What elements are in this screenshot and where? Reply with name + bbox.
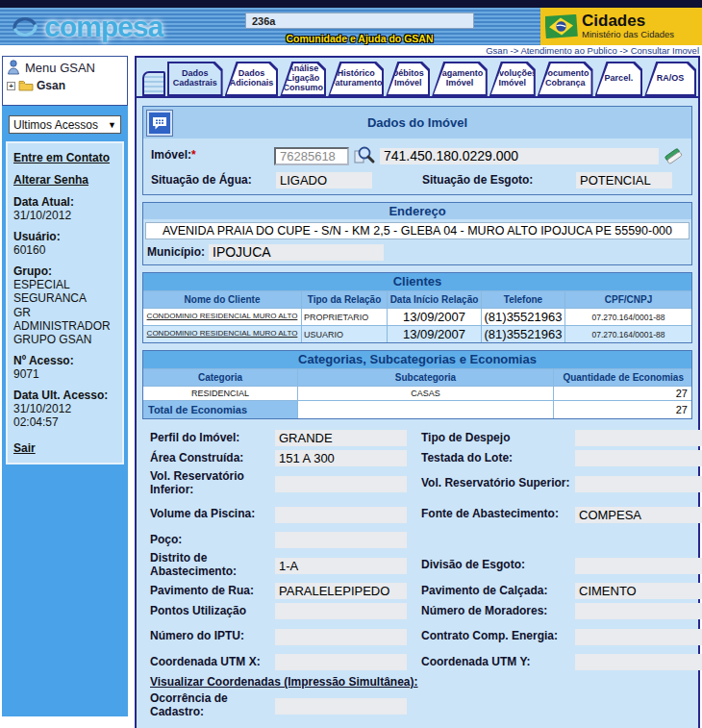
perfil-do-imovel-field: GRANDE (275, 430, 407, 446)
data-ult-acesso-value: 31/10/2012 (13, 402, 116, 415)
tab-ra-os-label: RA/OS (646, 63, 694, 94)
client-relation: PROPRIETARIO (304, 313, 368, 322)
poco-label: Poço: (150, 534, 273, 547)
client-name-link[interactable]: CONDOMINIO RESIDENCIAL MURO ALTO (147, 329, 298, 339)
top-navy-bar (0, 0, 702, 8)
distrito-de-abastecimento-field: 1-A (275, 558, 407, 574)
cidades-text: Cidades Ministério das Cidades (582, 13, 674, 39)
tab-debitos-imovel[interactable]: DébitosImóvel (386, 62, 430, 96)
situacao-agua-field: LIGADO (276, 172, 372, 188)
dados-imovel-body: Imóvel:* 741.450.180.0229.000 (143, 138, 691, 194)
client-cpf-cnpj: 07.270.164/0001-88 (591, 330, 664, 339)
comment-icon[interactable] (147, 111, 172, 136)
section-endereco: Endereço AVENIDA PRAIA DO CUPE - S/N - K… (142, 202, 692, 265)
distrito-de-abastecimento-label: Distrito de Abastecimento: (150, 552, 273, 579)
categorias-table: Categorias, Subcategorias e Economias Ca… (142, 350, 692, 419)
column-header-tipo-da-relacao: Tipo da Relação (302, 291, 387, 308)
vol-reservatorio-superior-field (575, 476, 702, 492)
imovel-fields: Perfil do Imóvel:GRANDETipo de DespejoÁr… (142, 426, 692, 672)
divisao-de-esgoto-field (575, 558, 702, 574)
session-info: Data Atual:31/10/2012Usuário:60160Grupo:… (13, 195, 116, 430)
total-economias-label: Total de Economias (143, 401, 297, 418)
tab-spine[interactable] (142, 71, 165, 96)
alterar-senha-link[interactable]: Alterar Senha (13, 173, 116, 187)
endereco-field: AVENIDA PRAIA DO CUPE - S/N - KM 2,5 - G… (145, 222, 689, 239)
tab-analise-ligacao-consumo[interactable]: AnáliseLigaçãoConsumo (280, 62, 326, 96)
pontos-utilizacao-field (275, 603, 407, 619)
client-name-link[interactable]: CONDOMINIO RESIDENCIAL MURO ALTO (147, 312, 298, 321)
data-ult-acesso-value: 02:04:57 (13, 415, 116, 429)
grupo-value: ADMINISTRADOR (13, 319, 116, 333)
tab-historico-faturamento[interactable]: HistóricoFaturamento (328, 62, 384, 96)
tab-dados-adicionais[interactable]: DadosAdicionais (225, 62, 279, 96)
breadcrumb: Gsan -> Atendimento ao Publico -> Consul… (0, 45, 702, 56)
visualizar-coordenadas-link[interactable]: Visualizar Coordenadas (Impressão Simult… (150, 675, 685, 689)
client-phone: (81)35521963 (485, 327, 563, 341)
data-ult-acesso-label: Data Ult. Acesso: (13, 389, 116, 402)
clientes-grid: Nome do ClienteTipo da RelaçãoData Iníci… (143, 290, 691, 342)
coordenada-utm-x-label: Coordenada UTM X: (150, 656, 273, 669)
vol-reservatorio-superior-label: Vol. Reservatório Superior: (421, 477, 573, 490)
tab-historico-faturamento-label: HistóricoFaturamento (330, 63, 382, 94)
client-start-date: 13/09/2007 (403, 310, 465, 324)
chevron-down-icon: ▼ (108, 120, 116, 130)
ultimos-acessos-dropdown[interactable]: Ultimos Acessos ▼ (9, 115, 121, 134)
categorias-title: Categorias, Subcategorias e Economias (143, 351, 691, 368)
menu-gsan-box: Menu GSAN + Gsan (2, 56, 128, 106)
volume-da-piscina-label: Volume da Piscina: (150, 508, 273, 521)
column-header-subcategoria: Subcategoria (298, 369, 553, 386)
menu-gsan-header: Menu GSAN (7, 60, 123, 75)
eraser-icon[interactable] (663, 146, 684, 165)
vol-reservatorio-inferior-label: Vol. Reservatório Inferior: (150, 470, 273, 497)
dados-imovel-header: Dados do Imóvel (143, 107, 691, 138)
tab-ra-os[interactable]: RA/OS (644, 62, 696, 96)
entre-em-contato-link[interactable]: Entre em Contato (13, 151, 116, 164)
tab-devolucoes-imovel-label: DevoluçõesImóvel (491, 63, 534, 94)
field-row: Vol. Reservatório Inferior:Vol. Reservat… (142, 468, 692, 499)
municipio-label: Município: (147, 246, 205, 260)
quick-access-input[interactable] (245, 13, 474, 29)
expand-icon[interactable]: + (7, 82, 15, 90)
tab-pagamento-imovel[interactable]: PagamentoImóvel (432, 62, 488, 96)
grupo-label: Grupo: (13, 264, 116, 278)
volume-da-piscina-field (275, 507, 407, 523)
clientes-title: Clientes (143, 273, 691, 290)
usuario-value: 60160 (13, 243, 116, 257)
field-row: Distrito de Abastecimento:1-ADivisão de … (142, 550, 692, 581)
tab-documento-cobranca[interactable]: DocumentoCobrança (538, 62, 593, 96)
section-dados-imovel: Dados do Imóvel Imóvel:* 74 (142, 106, 692, 195)
data-ult-acesso-block: Data Ult. Acesso:31/10/201202:04:57 (13, 389, 116, 429)
tab-parcel[interactable]: Parcel. (595, 62, 643, 96)
categoria-value: RESIDENCIAL (191, 389, 249, 398)
cidades-title: Cidades (582, 13, 674, 29)
perfil-do-imovel-label: Perfil do Imóvel: (150, 432, 273, 445)
coordenada-utm-x-field (275, 654, 407, 670)
tab-dados-cadastrais[interactable]: DadosCadastrais (167, 62, 223, 96)
search-icon[interactable] (353, 145, 376, 166)
field-row: Número do IPTU:Contrato Comp. Energia: (142, 621, 692, 652)
ocorrencia-row: Ocorrência de Cadastro: (142, 690, 692, 721)
tipo-de-despejo-field (575, 430, 702, 446)
situacao-agua-label: Situação de Água: (151, 174, 274, 188)
pavimento-de-rua-field: PARALELEPIPEDO (275, 583, 407, 599)
app-header: compesa Comunidade e Ajuda do GSAN Cidad… (0, 8, 702, 45)
tab-devolucoes-imovel[interactable]: DevoluçõesImóvel (489, 62, 536, 96)
folder-icon (18, 80, 34, 91)
situacao-row: Situação de Água: LIGADO Situação de Esg… (143, 170, 691, 190)
contrato-comp-energia-label: Contrato Comp. Energia: (421, 630, 573, 643)
tree-item-gsan[interactable]: + Gsan (7, 79, 123, 92)
numero-do-iptu-label: Número do IPTU: (150, 630, 273, 643)
municipio-row: Município: IPOJUCA (143, 242, 691, 264)
total-economias-spacer (298, 401, 553, 418)
categorias-grid: CategoriaSubcategoriaQuantidade de Econo… (143, 368, 691, 418)
gsan-help-link[interactable]: Comunidade e Ajuda do GSAN (245, 33, 474, 44)
compesa-swoosh-icon (8, 13, 42, 41)
sair-link[interactable]: Sair (13, 441, 116, 455)
total-economias-value: 27 (554, 401, 691, 418)
tab-bar: DadosCadastraisDadosAdicionaisAnáliseLig… (137, 58, 698, 98)
n-acesso-block: Nº Acesso:9071 (13, 354, 116, 381)
total-economias-row: Total de Economias27 (143, 401, 691, 418)
column-header-cpf-cnpj: CPF/CNPJ (565, 291, 691, 308)
sidebar-body: Ultimos Acessos ▼ Entre em Contato Alter… (2, 106, 128, 716)
imovel-matricula-input[interactable] (274, 147, 349, 165)
